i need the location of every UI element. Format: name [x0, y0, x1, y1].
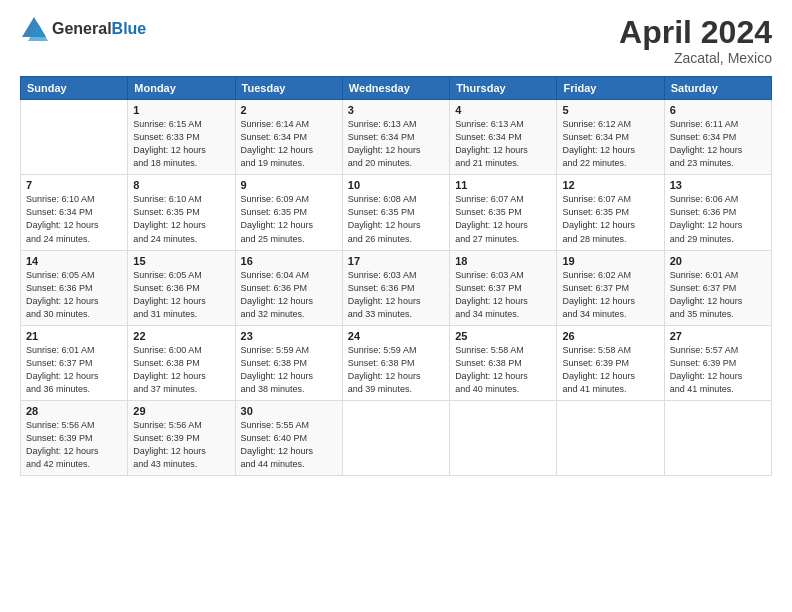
day-number: 5 — [562, 104, 658, 116]
header: GeneralBlue April 2024 Zacatal, Mexico — [20, 15, 772, 66]
day-info: Sunrise: 6:12 AMSunset: 6:34 PMDaylight:… — [562, 118, 658, 170]
calendar-cell: 14Sunrise: 6:05 AMSunset: 6:36 PMDayligh… — [21, 250, 128, 325]
calendar-cell — [450, 400, 557, 475]
calendar-week-row: 7Sunrise: 6:10 AMSunset: 6:34 PMDaylight… — [21, 175, 772, 250]
day-number: 19 — [562, 255, 658, 267]
day-number: 1 — [133, 104, 229, 116]
calendar-cell — [21, 100, 128, 175]
day-info: Sunrise: 6:00 AMSunset: 6:38 PMDaylight:… — [133, 344, 229, 396]
weekday-header-cell: Friday — [557, 77, 664, 100]
calendar-cell: 26Sunrise: 5:58 AMSunset: 6:39 PMDayligh… — [557, 325, 664, 400]
calendar-cell: 4Sunrise: 6:13 AMSunset: 6:34 PMDaylight… — [450, 100, 557, 175]
day-number: 18 — [455, 255, 551, 267]
day-info: Sunrise: 6:04 AMSunset: 6:36 PMDaylight:… — [241, 269, 337, 321]
day-info: Sunrise: 6:11 AMSunset: 6:34 PMDaylight:… — [670, 118, 766, 170]
day-number: 20 — [670, 255, 766, 267]
calendar-cell: 6Sunrise: 6:11 AMSunset: 6:34 PMDaylight… — [664, 100, 771, 175]
calendar-cell: 30Sunrise: 5:55 AMSunset: 6:40 PMDayligh… — [235, 400, 342, 475]
calendar-cell: 11Sunrise: 6:07 AMSunset: 6:35 PMDayligh… — [450, 175, 557, 250]
day-info: Sunrise: 5:56 AMSunset: 6:39 PMDaylight:… — [26, 419, 122, 471]
calendar-cell: 24Sunrise: 5:59 AMSunset: 6:38 PMDayligh… — [342, 325, 449, 400]
day-number: 2 — [241, 104, 337, 116]
day-info: Sunrise: 6:02 AMSunset: 6:37 PMDaylight:… — [562, 269, 658, 321]
day-info: Sunrise: 6:01 AMSunset: 6:37 PMDaylight:… — [26, 344, 122, 396]
day-number: 27 — [670, 330, 766, 342]
month-title: April 2024 — [619, 15, 772, 50]
day-number: 16 — [241, 255, 337, 267]
calendar-header: SundayMondayTuesdayWednesdayThursdayFrid… — [21, 77, 772, 100]
day-info: Sunrise: 6:10 AMSunset: 6:35 PMDaylight:… — [133, 193, 229, 245]
calendar-cell: 17Sunrise: 6:03 AMSunset: 6:36 PMDayligh… — [342, 250, 449, 325]
day-number: 9 — [241, 179, 337, 191]
calendar-cell: 8Sunrise: 6:10 AMSunset: 6:35 PMDaylight… — [128, 175, 235, 250]
day-number: 23 — [241, 330, 337, 342]
weekday-header-cell: Saturday — [664, 77, 771, 100]
day-info: Sunrise: 6:13 AMSunset: 6:34 PMDaylight:… — [455, 118, 551, 170]
day-info: Sunrise: 6:05 AMSunset: 6:36 PMDaylight:… — [133, 269, 229, 321]
weekday-header-cell: Tuesday — [235, 77, 342, 100]
calendar-page: GeneralBlue April 2024 Zacatal, Mexico S… — [0, 0, 792, 612]
day-number: 13 — [670, 179, 766, 191]
calendar-cell: 16Sunrise: 6:04 AMSunset: 6:36 PMDayligh… — [235, 250, 342, 325]
day-number: 26 — [562, 330, 658, 342]
calendar-cell: 13Sunrise: 6:06 AMSunset: 6:36 PMDayligh… — [664, 175, 771, 250]
logo: GeneralBlue — [20, 15, 146, 43]
calendar-cell: 10Sunrise: 6:08 AMSunset: 6:35 PMDayligh… — [342, 175, 449, 250]
weekday-header-cell: Thursday — [450, 77, 557, 100]
day-info: Sunrise: 6:15 AMSunset: 6:33 PMDaylight:… — [133, 118, 229, 170]
day-number: 3 — [348, 104, 444, 116]
day-number: 6 — [670, 104, 766, 116]
logo-text: GeneralBlue — [52, 20, 146, 38]
day-number: 8 — [133, 179, 229, 191]
calendar-body: 1Sunrise: 6:15 AMSunset: 6:33 PMDaylight… — [21, 100, 772, 476]
day-info: Sunrise: 6:07 AMSunset: 6:35 PMDaylight:… — [455, 193, 551, 245]
day-info: Sunrise: 6:05 AMSunset: 6:36 PMDaylight:… — [26, 269, 122, 321]
day-number: 14 — [26, 255, 122, 267]
calendar-cell: 27Sunrise: 5:57 AMSunset: 6:39 PMDayligh… — [664, 325, 771, 400]
day-number: 10 — [348, 179, 444, 191]
day-info: Sunrise: 6:14 AMSunset: 6:34 PMDaylight:… — [241, 118, 337, 170]
calendar-cell: 28Sunrise: 5:56 AMSunset: 6:39 PMDayligh… — [21, 400, 128, 475]
weekday-header-cell: Sunday — [21, 77, 128, 100]
calendar-cell: 1Sunrise: 6:15 AMSunset: 6:33 PMDaylight… — [128, 100, 235, 175]
weekday-header-row: SundayMondayTuesdayWednesdayThursdayFrid… — [21, 77, 772, 100]
day-number: 21 — [26, 330, 122, 342]
day-number: 24 — [348, 330, 444, 342]
day-info: Sunrise: 5:57 AMSunset: 6:39 PMDaylight:… — [670, 344, 766, 396]
day-info: Sunrise: 6:13 AMSunset: 6:34 PMDaylight:… — [348, 118, 444, 170]
day-number: 29 — [133, 405, 229, 417]
calendar-cell: 2Sunrise: 6:14 AMSunset: 6:34 PMDaylight… — [235, 100, 342, 175]
day-info: Sunrise: 5:59 AMSunset: 6:38 PMDaylight:… — [348, 344, 444, 396]
calendar-cell — [664, 400, 771, 475]
calendar-table: SundayMondayTuesdayWednesdayThursdayFrid… — [20, 76, 772, 476]
day-info: Sunrise: 6:10 AMSunset: 6:34 PMDaylight:… — [26, 193, 122, 245]
weekday-header-cell: Monday — [128, 77, 235, 100]
calendar-cell: 20Sunrise: 6:01 AMSunset: 6:37 PMDayligh… — [664, 250, 771, 325]
calendar-cell: 3Sunrise: 6:13 AMSunset: 6:34 PMDaylight… — [342, 100, 449, 175]
calendar-cell — [557, 400, 664, 475]
calendar-cell: 29Sunrise: 5:56 AMSunset: 6:39 PMDayligh… — [128, 400, 235, 475]
day-number: 28 — [26, 405, 122, 417]
weekday-header-cell: Wednesday — [342, 77, 449, 100]
day-info: Sunrise: 6:06 AMSunset: 6:36 PMDaylight:… — [670, 193, 766, 245]
calendar-cell: 15Sunrise: 6:05 AMSunset: 6:36 PMDayligh… — [128, 250, 235, 325]
calendar-cell: 18Sunrise: 6:03 AMSunset: 6:37 PMDayligh… — [450, 250, 557, 325]
day-number: 17 — [348, 255, 444, 267]
calendar-cell — [342, 400, 449, 475]
day-info: Sunrise: 6:03 AMSunset: 6:36 PMDaylight:… — [348, 269, 444, 321]
calendar-cell: 21Sunrise: 6:01 AMSunset: 6:37 PMDayligh… — [21, 325, 128, 400]
calendar-cell: 19Sunrise: 6:02 AMSunset: 6:37 PMDayligh… — [557, 250, 664, 325]
logo-icon — [20, 15, 48, 43]
day-number: 12 — [562, 179, 658, 191]
calendar-cell: 9Sunrise: 6:09 AMSunset: 6:35 PMDaylight… — [235, 175, 342, 250]
day-number: 7 — [26, 179, 122, 191]
calendar-week-row: 21Sunrise: 6:01 AMSunset: 6:37 PMDayligh… — [21, 325, 772, 400]
day-info: Sunrise: 6:03 AMSunset: 6:37 PMDaylight:… — [455, 269, 551, 321]
calendar-week-row: 1Sunrise: 6:15 AMSunset: 6:33 PMDaylight… — [21, 100, 772, 175]
day-info: Sunrise: 5:56 AMSunset: 6:39 PMDaylight:… — [133, 419, 229, 471]
day-number: 4 — [455, 104, 551, 116]
calendar-cell: 23Sunrise: 5:59 AMSunset: 6:38 PMDayligh… — [235, 325, 342, 400]
day-number: 30 — [241, 405, 337, 417]
calendar-cell: 5Sunrise: 6:12 AMSunset: 6:34 PMDaylight… — [557, 100, 664, 175]
calendar-cell: 22Sunrise: 6:00 AMSunset: 6:38 PMDayligh… — [128, 325, 235, 400]
